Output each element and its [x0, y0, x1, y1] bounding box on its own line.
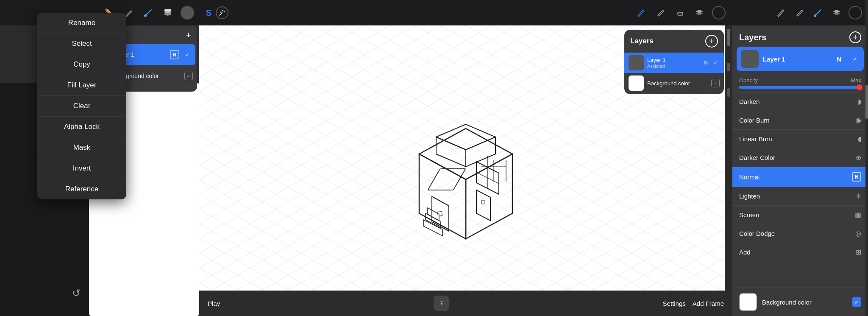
canvas-layers-panel: Layers + Layer 1 Assisted N ✓ Background… — [624, 30, 724, 94]
svg-point-4 — [222, 10, 223, 11]
context-rename[interactable]: Rename — [37, 13, 126, 34]
left-panel: ✏️ Layers + Layer 1 — [0, 0, 199, 316]
timeline-center: 7 — [434, 296, 449, 311]
frame-indicator[interactable]: 7 — [434, 296, 449, 311]
right-panel-scrollbar[interactable] — [865, 0, 868, 316]
context-mask[interactable]: Mask — [37, 137, 126, 158]
svg-point-35 — [814, 14, 816, 17]
context-invert[interactable]: Invert — [37, 158, 126, 179]
canvas-layer-1-check[interactable]: ✓ — [711, 59, 720, 67]
svg-marker-31 — [476, 190, 490, 221]
canvas-toolbar-left: S — [206, 6, 228, 19]
svg-marker-16 — [436, 137, 466, 167]
context-fill-layer[interactable]: Fill Layer — [37, 75, 126, 96]
right-layer-1-badge: N — [832, 52, 846, 66]
canvas-layer-row-bg[interactable]: Background color ✓ — [624, 73, 724, 94]
canvas-layer-bg-thumb — [629, 76, 644, 91]
blend-color-burn-icon: ◉ — [855, 116, 861, 124]
bg-color-check[interactable]: ✓ — [852, 297, 861, 307]
svg-point-0 — [144, 14, 147, 17]
color-circle-icon[interactable] — [181, 6, 194, 20]
opacity-slider[interactable] — [739, 86, 861, 89]
right-pencil-icon[interactable] — [774, 6, 787, 20]
blend-color-burn-label: Color Burn — [739, 117, 770, 124]
right-color-circle[interactable] — [849, 6, 862, 20]
magic-wand-icon[interactable] — [216, 6, 228, 19]
context-copy[interactable]: Copy — [37, 54, 126, 75]
blend-lighten[interactable]: Lighten ✳ — [732, 187, 868, 206]
blend-add-icon: ⊞ — [856, 248, 861, 256]
svg-rect-32 — [481, 201, 485, 204]
bg-color-row[interactable]: Background color ✓ — [732, 288, 868, 316]
canvas-pen-icon[interactable] — [654, 6, 667, 20]
blend-color-dodge-icon: ◎ — [855, 229, 861, 238]
blend-color-burn[interactable]: Color Burn ◉ — [732, 111, 868, 130]
brush-icon[interactable] — [142, 6, 155, 20]
canvas-pencil-icon[interactable] — [634, 6, 648, 20]
opacity-label: Opacity — [739, 77, 758, 84]
canvas-layers-icon[interactable] — [693, 6, 706, 20]
right-brush-icon[interactable] — [811, 6, 825, 20]
canvas-toolbar-right — [634, 6, 726, 20]
blend-darken-label: Darken — [739, 98, 760, 105]
opacity-fill — [739, 86, 861, 89]
blend-screen-label: Screen — [739, 211, 760, 218]
app-logo[interactable]: S — [206, 8, 211, 18]
add-frame-button[interactable]: Add Frame — [693, 300, 724, 307]
blend-darken-icon: ◗ — [858, 98, 861, 106]
blend-darker-color-icon: ⊕ — [856, 154, 861, 162]
right-layers-title: Layers — [739, 33, 767, 42]
right-layer-row-1[interactable]: Layer 1 N ✓ — [737, 47, 864, 71]
blend-linear-burn[interactable]: Linear Burn ◖ — [732, 130, 868, 148]
opacity-value: Max — [851, 77, 861, 84]
right-layers-icon[interactable] — [830, 6, 843, 20]
timeline-right: Settings Add Frame — [663, 300, 724, 307]
canvas-area: S — [199, 0, 732, 316]
right-pen-icon[interactable] — [793, 6, 806, 20]
svg-marker-17 — [466, 137, 495, 167]
context-alpha-lock[interactable]: Alpha Lock — [37, 117, 126, 137]
layer-1-mode: N — [170, 50, 179, 59]
blend-normal-label: Normal — [739, 173, 760, 181]
blend-lighten-label: Lighten — [739, 193, 760, 200]
canvas-layer-row-1[interactable]: Layer 1 Assisted N ✓ — [624, 53, 724, 73]
blend-normal-badge: N — [852, 172, 861, 182]
opacity-thumb[interactable] — [857, 84, 862, 90]
canvas-layers-add[interactable]: + — [705, 35, 718, 48]
layer-bg-check[interactable]: ✓ — [184, 72, 193, 80]
canvas-layer-bg-name: Background color — [647, 80, 708, 87]
layer-1-check[interactable]: ✓ — [183, 50, 191, 59]
blend-lighten-icon: ✳ — [856, 192, 861, 200]
blend-screen[interactable]: Screen ▦ — [732, 206, 868, 224]
canvas-layer-1-name: Layer 1 — [647, 57, 701, 63]
blend-darken[interactable]: Darken ◗ — [732, 92, 868, 111]
canvas-layers-title: Layers — [630, 37, 654, 45]
undo-button[interactable]: ↺ — [72, 287, 81, 299]
canvas-eraser-icon[interactable] — [673, 6, 687, 20]
blend-normal[interactable]: Normal N — [732, 167, 868, 187]
layers-add-button[interactable]: + — [186, 31, 191, 40]
canvas-layers-header: Layers + — [624, 30, 724, 53]
right-layer-1-check[interactable]: ✓ — [850, 54, 860, 64]
canvas-layer-bg-check[interactable]: ✓ — [711, 79, 720, 87]
play-button[interactable]: Play — [208, 300, 220, 307]
layers-stack-icon[interactable] — [161, 6, 175, 20]
settings-button[interactable]: Settings — [663, 300, 686, 307]
context-select[interactable]: Select — [37, 34, 126, 54]
canvas-color-circle[interactable] — [712, 6, 726, 20]
right-layers-add-button[interactable]: + — [849, 31, 861, 43]
canvas-scrollbar[interactable] — [725, 25, 732, 291]
house-drawing — [394, 69, 538, 247]
right-scroll-thumb[interactable] — [865, 85, 868, 119]
bg-color-label: Background color — [762, 299, 847, 306]
context-reference[interactable]: Reference — [37, 179, 126, 199]
blend-color-dodge[interactable]: Color Dodge ◎ — [732, 224, 868, 243]
right-toolbar — [732, 0, 868, 25]
context-clear[interactable]: Clear — [37, 96, 126, 117]
blend-darker-color[interactable]: Darker Color ⊕ — [732, 148, 868, 167]
canvas-layer-1-thumb — [629, 55, 644, 70]
blend-modes-list: Darken ◗ Color Burn ◉ Linear Burn ◖ Dark… — [732, 92, 868, 288]
blend-add[interactable]: Add ⊞ — [732, 243, 868, 261]
bg-color-swatch — [739, 293, 757, 311]
blend-color-dodge-label: Color Dodge — [739, 230, 775, 237]
